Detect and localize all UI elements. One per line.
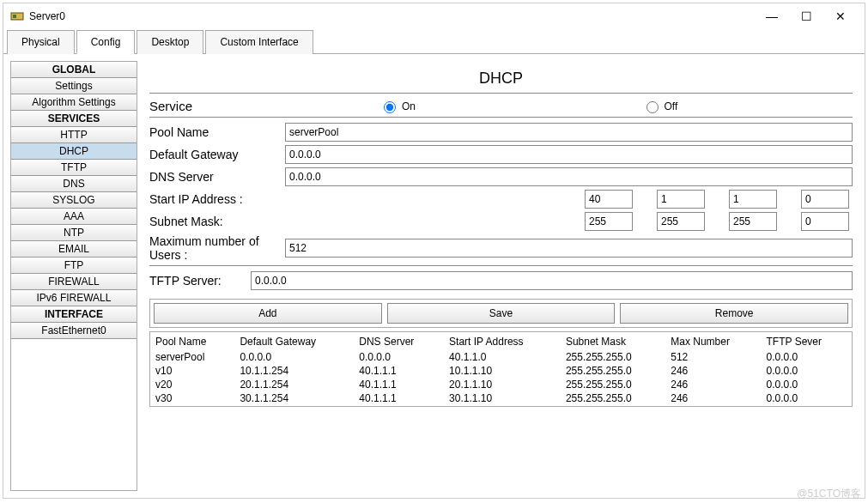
subnet-oct1[interactable] — [585, 212, 633, 231]
service-label: Service — [149, 99, 278, 113]
table-cell: 246 — [665, 365, 761, 379]
tab-custom-interface[interactable]: Custom Interface — [205, 30, 313, 54]
table-cell: 255.255.255.0 — [561, 379, 665, 392]
dns-server-input[interactable] — [285, 167, 853, 186]
sidebar-cat-interface: INTERFACE — [11, 306, 137, 323]
tftp-server-input[interactable] — [251, 271, 853, 290]
table-row[interactable]: v3030.1.1.25440.1.1.130.1.1.10255.255.25… — [150, 392, 852, 406]
service-on-radio[interactable] — [384, 101, 396, 113]
remove-button[interactable]: Remove — [620, 303, 848, 324]
table-cell: 10.1.1.10 — [444, 365, 561, 379]
table-cell: 30.1.1.10 — [444, 392, 561, 406]
table-cell: 255.255.255.0 — [561, 365, 665, 379]
table-header[interactable]: Subnet Mask — [561, 332, 665, 351]
panel-title: DHCP — [149, 64, 853, 93]
table-cell: 246 — [665, 392, 761, 406]
max-users-label: Maximum number of Users : — [149, 234, 278, 262]
sidebar-item-http[interactable]: HTTP — [11, 127, 137, 143]
pool-name-input[interactable] — [285, 123, 853, 142]
table-header[interactable]: DNS Server — [354, 332, 444, 351]
maximize-button[interactable]: ☐ — [789, 9, 823, 23]
sidebar-item-email[interactable]: EMAIL — [11, 241, 137, 258]
sidebar-item-firewall[interactable]: FIREWALL — [11, 274, 137, 290]
table-cell: 0.0.0.0 — [762, 351, 852, 365]
table-cell: 30.1.1.254 — [234, 392, 354, 406]
table-row[interactable]: serverPool0.0.0.00.0.0.040.1.1.0255.255.… — [150, 351, 852, 365]
subnet-oct3[interactable] — [729, 212, 777, 231]
add-button[interactable]: Add — [154, 303, 382, 324]
sidebar-cat-global: GLOBAL — [11, 62, 137, 78]
tab-config[interactable]: Config — [76, 30, 136, 54]
sidebar-item-dns[interactable]: DNS — [11, 176, 137, 192]
table-cell: serverPool — [150, 351, 234, 365]
table-cell: 255.255.255.0 — [561, 392, 665, 406]
tftp-server-label: TFTP Server: — [149, 274, 244, 288]
sidebar-item-ntp[interactable]: NTP — [11, 225, 137, 241]
tab-desktop[interactable]: Desktop — [137, 30, 203, 54]
sidebar-item-ipv6-firewall[interactable]: IPv6 FIREWALL — [11, 290, 137, 306]
table-cell: 10.1.1.254 — [234, 365, 354, 379]
pool-name-label: Pool Name — [149, 125, 278, 139]
sidebar-item-fastethernet0[interactable]: FastEthernet0 — [11, 323, 137, 339]
table-cell: 40.1.1.1 — [354, 365, 444, 379]
table-cell: 0.0.0.0 — [762, 392, 852, 406]
start-ip-label: Start IP Address : — [149, 192, 496, 206]
start-ip-oct1[interactable] — [585, 190, 633, 209]
table-cell: 0.0.0.0 — [234, 351, 354, 365]
subnet-oct2[interactable] — [657, 212, 705, 231]
table-cell: 246 — [665, 379, 761, 392]
table-cell: 512 — [665, 351, 761, 365]
table-cell: 255.255.255.0 — [561, 351, 665, 365]
start-ip-oct4[interactable] — [801, 190, 849, 209]
table-cell: 40.1.1.0 — [444, 351, 561, 365]
sidebar-item-ftp[interactable]: FTP — [11, 258, 137, 274]
minimize-button[interactable]: — — [755, 9, 789, 23]
window-title: Server0 — [29, 10, 65, 22]
tab-physical[interactable]: Physical — [7, 30, 75, 54]
table-row[interactable]: v2020.1.1.25440.1.1.120.1.1.10255.255.25… — [150, 379, 852, 392]
table-cell: 0.0.0.0 — [762, 379, 852, 392]
table-cell: 20.1.1.254 — [234, 379, 354, 392]
table-cell: v20 — [150, 379, 234, 392]
subnet-mask-label: Subnet Mask: — [149, 215, 496, 228]
sidebar-item-tftp[interactable]: TFTP — [11, 160, 137, 176]
default-gateway-input[interactable] — [285, 145, 853, 164]
table-cell: 40.1.1.1 — [354, 379, 444, 392]
table-row[interactable]: v1010.1.1.25440.1.1.110.1.1.10255.255.25… — [150, 365, 852, 379]
max-users-input[interactable] — [285, 239, 853, 258]
service-on-option[interactable]: On — [379, 99, 591, 113]
table-header[interactable]: Default Gateway — [234, 332, 354, 351]
table-cell: 40.1.1.1 — [354, 392, 444, 406]
service-off-option[interactable]: Off — [642, 99, 853, 113]
table-cell: v30 — [150, 392, 234, 406]
sidebar-item-settings[interactable]: Settings — [11, 78, 137, 94]
app-icon — [10, 9, 24, 23]
table-header[interactable]: Start IP Address — [444, 332, 561, 351]
start-ip-oct2[interactable] — [657, 190, 705, 209]
table-header[interactable]: Max Number — [665, 332, 761, 351]
sidebar-item-dhcp[interactable]: DHCP — [11, 143, 137, 160]
sidebar-item-syslog[interactable]: SYSLOG — [11, 192, 137, 209]
table-cell: 0.0.0.0 — [762, 365, 852, 379]
service-off-radio[interactable] — [646, 101, 659, 113]
table-header[interactable]: TFTP Sever — [762, 332, 852, 351]
dns-server-label: DNS Server — [149, 170, 278, 184]
table-cell: 0.0.0.0 — [354, 351, 444, 365]
subnet-oct4[interactable] — [801, 212, 849, 231]
close-button[interactable]: ✕ — [823, 9, 858, 23]
table-cell: 20.1.1.10 — [444, 379, 561, 392]
sidebar-cat-services: SERVICES — [11, 111, 137, 127]
watermark: @51CTO博客 — [797, 487, 861, 501]
svg-rect-1 — [13, 15, 16, 18]
default-gateway-label: Default Gateway — [149, 148, 278, 161]
sidebar-item-algorithm-settings[interactable]: Algorithm Settings — [11, 94, 137, 111]
start-ip-oct3[interactable] — [729, 190, 777, 209]
sidebar-item-aaa[interactable]: AAA — [11, 209, 137, 225]
save-button[interactable]: Save — [387, 303, 616, 324]
table-cell: v10 — [150, 365, 234, 379]
dhcp-pool-table[interactable]: Pool NameDefault GatewayDNS ServerStart … — [150, 332, 852, 406]
table-header[interactable]: Pool Name — [150, 332, 234, 351]
